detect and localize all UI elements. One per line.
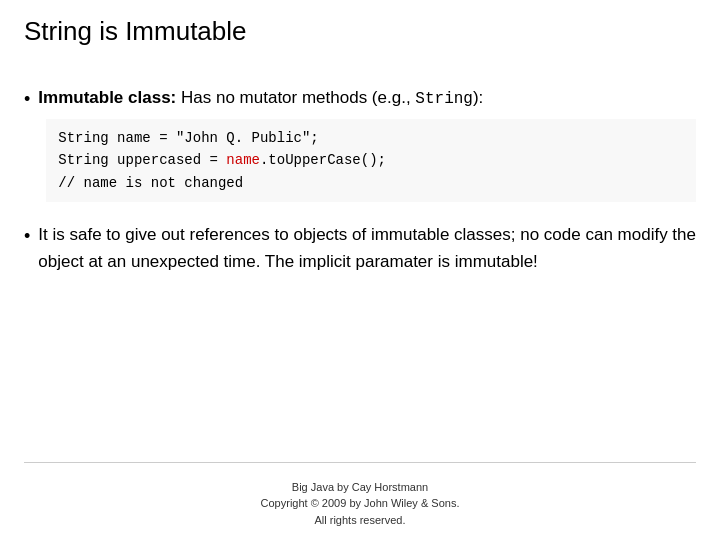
bullet-dot-2: • xyxy=(24,223,30,250)
bullet1-bold: Immutable class: xyxy=(38,88,176,107)
bullet1-text-after: Has no mutator methods (e.g., xyxy=(181,88,415,107)
code-line2-prefix: String uppercased = xyxy=(58,152,226,168)
footer-line2: Copyright © 2009 by John Wiley & Sons. xyxy=(24,495,696,512)
code-line-2: String uppercased = name.toUpperCase(); xyxy=(58,149,684,171)
code-line2-suffix: .toUpperCase(); xyxy=(260,152,386,168)
bullet-dot-1: • xyxy=(24,86,30,113)
code-line-3: // name is not changed xyxy=(58,172,684,194)
code-line2-highlight: name xyxy=(226,152,260,168)
bullet-item-2: • It is safe to give out references to o… xyxy=(24,222,696,275)
footer-line3: All rights reserved. xyxy=(24,512,696,529)
code-block: String name = "John Q. Public"; String u… xyxy=(46,119,696,202)
page-title: String is Immutable xyxy=(24,16,696,55)
page-container: String is Immutable • Immutable class: H… xyxy=(0,0,720,540)
bullet1-text-end: ): xyxy=(473,88,483,107)
bullet-text-1: Immutable class: Has no mutator methods … xyxy=(38,85,696,202)
content-area: • Immutable class: Has no mutator method… xyxy=(24,85,696,462)
bullet-text-2: It is safe to give out references to obj… xyxy=(38,222,696,275)
footer-divider xyxy=(24,462,696,463)
footer-line1: Big Java by Cay Horstmann xyxy=(24,479,696,496)
footer: Big Java by Cay Horstmann Copyright © 20… xyxy=(24,469,696,529)
code-line-1: String name = "John Q. Public"; xyxy=(58,127,684,149)
bullet1-code-inline: String xyxy=(415,90,473,108)
bullet-item-1: • Immutable class: Has no mutator method… xyxy=(24,85,696,202)
